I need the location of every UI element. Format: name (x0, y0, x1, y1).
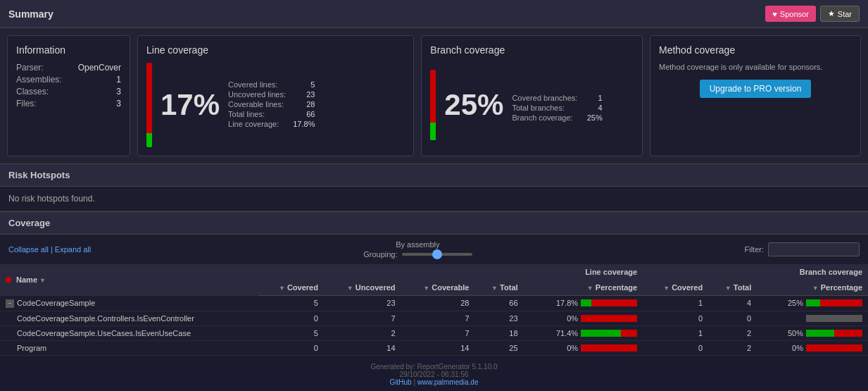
col-b-total-header[interactable]: ▼ Total (708, 280, 757, 296)
grouping-area: By assembly Grouping: (363, 240, 472, 259)
filter-input[interactable] (768, 242, 860, 256)
table-cell-name: CodeCoverageSample.Controllers.IsEvenCon… (0, 311, 258, 325)
no-hotspots-text: No risk hotspots found. (8, 194, 95, 204)
table-row: CodeCoverageSample.UseCases.IsEvenUseCas… (0, 325, 868, 340)
summary-section: Information Parser: OpenCover Assemblies… (0, 28, 868, 163)
table-cell-covered: 0 (258, 311, 324, 325)
col-percentage-header[interactable]: ▼ Percentage (524, 280, 643, 296)
table-cell-uncovered: 7 (324, 311, 401, 325)
sort-arrow-name: ▼ (39, 277, 46, 284)
expand-all-link[interactable]: Expand all (55, 245, 91, 254)
line-percentage-value: 17.8% (293, 120, 315, 128)
col-total-header[interactable]: ▼ Total (475, 280, 524, 296)
risk-hotspots-body: No risk hotspots found. (0, 187, 868, 211)
coverage-table: Name ▼ Line coverage Branch coverage ▼ C… (0, 264, 868, 356)
assemblies-label: Assemblies: (16, 75, 62, 85)
uncovered-lines-value: 23 (306, 90, 315, 99)
col-name-header[interactable]: Name ▼ (0, 264, 258, 296)
header-title: Summary (8, 8, 54, 20)
total-lines-row: Total lines: 66 (228, 110, 315, 118)
table-row: CodeCoverageSample.Controllers.IsEvenCon… (0, 311, 868, 325)
table-cell-percentage: 0% (524, 340, 643, 355)
heart-icon: ♥ (772, 10, 777, 18)
table-cell-uncovered: 2 (324, 325, 401, 340)
table-cell-b-covered: 1 (643, 296, 708, 311)
table-cell-name: Program (0, 340, 258, 355)
footer-date: 29/10/2022 - 06:31:56 (7, 371, 861, 378)
information-card: Information Parser: OpenCover Assemblies… (7, 35, 130, 156)
line-coverage-card: Line coverage 17% Covered lines: 5 Uncov… (137, 35, 414, 156)
collapse-all-link[interactable]: Collapse all (8, 245, 49, 254)
total-lines-label: Total lines: (228, 110, 265, 118)
footer: Generated by: ReportGenerator 5.1.10.0 2… (0, 356, 868, 392)
footer-links: GitHub | www.palmmedia.de (7, 378, 861, 386)
uncovered-lines-row: Uncovered lines: 23 (228, 90, 315, 99)
grouping-prefix: Grouping: (363, 250, 397, 259)
table-group-header-row: Name ▼ Line coverage Branch coverage (0, 264, 868, 280)
branch-coverage-percent: 25% (444, 88, 503, 122)
parser-label: Parser: (16, 63, 44, 73)
branch-coverage-details: Covered branches: 1 Total branches: 4 Br… (512, 94, 602, 123)
coverable-lines-row: Coverable lines: 28 (228, 100, 315, 108)
table-cell-b-total: 4 (708, 296, 757, 311)
table-cell-covered: 5 (258, 296, 324, 311)
table-cell-covered: 5 (258, 325, 324, 340)
total-lines-value: 66 (306, 110, 315, 118)
branch-percentage-label: Branch coverage: (512, 113, 572, 122)
github-link[interactable]: GitHub (389, 378, 411, 386)
method-coverage-card: Method coverage Method coverage is only … (650, 35, 861, 156)
website-link[interactable]: www.palmmedia.de (417, 378, 479, 386)
line-coverage-group-header: Line coverage (258, 264, 643, 280)
table-cell-percentage: 17.8% (524, 296, 643, 311)
col-b-percentage-header[interactable]: ▼ Percentage (757, 280, 868, 296)
information-title: Information (16, 44, 121, 56)
app-header: Summary ♥ Sponsor ★ Star (0, 0, 868, 28)
coverable-lines-value: 28 (306, 100, 315, 108)
table-cell-coverable: 7 (401, 325, 475, 340)
table-cell-b-percentage: 25% (757, 296, 868, 311)
star-icon: ★ (828, 9, 835, 18)
table-cell-b-covered: 0 (643, 311, 708, 325)
covered-branches-row: Covered branches: 1 (512, 94, 602, 102)
table-cell-total: 18 (475, 325, 524, 340)
star-button[interactable]: ★ Star (820, 6, 860, 22)
upgrade-button[interactable]: Upgrade to PRO version (700, 80, 812, 98)
grouping-slider-thumb[interactable] (432, 249, 442, 259)
method-coverage-note: Method coverage is only available for sp… (659, 63, 852, 71)
header-buttons: ♥ Sponsor ★ Star (765, 6, 860, 22)
table-cell-coverable: 14 (401, 340, 475, 355)
table-cell-b-covered: 0 (643, 340, 708, 355)
table-cell-b-percentage: 50% (757, 325, 868, 340)
covered-lines-row: Covered lines: 5 (228, 80, 315, 89)
minus-icon: − (6, 299, 14, 308)
table-cell-total: 23 (475, 311, 524, 325)
table-cell-b-covered: 1 (643, 325, 708, 340)
grouping-label-top: By assembly (396, 240, 439, 249)
table-cell-b-total: 2 (708, 340, 757, 355)
col-b-covered-header[interactable]: ▼ Covered (643, 280, 708, 296)
table-cell-covered: 0 (258, 340, 324, 355)
table-cell-percentage: 0% (524, 311, 643, 325)
branch-percentage-row: Branch coverage: 25% (512, 113, 602, 122)
table-cell-b-percentage (757, 311, 868, 325)
coverage-section: Collapse all | Expand all By assembly Gr… (0, 235, 868, 356)
assemblies-value: 1 (116, 75, 121, 85)
total-branches-value: 4 (598, 104, 603, 112)
filter-area: Filter: (744, 242, 860, 256)
footer-generated: Generated by: ReportGenerator 5.1.10.0 (7, 363, 861, 371)
uncovered-lines-label: Uncovered lines: (228, 90, 286, 99)
method-coverage-title: Method coverage (659, 44, 852, 56)
line-percentage-label: Line coverage: (228, 120, 279, 128)
covered-lines-label: Covered lines: (228, 80, 277, 89)
col-coverable-header[interactable]: ▼ Coverable (401, 280, 475, 296)
sponsor-button[interactable]: ♥ Sponsor (765, 6, 816, 22)
classes-value: 3 (116, 87, 121, 97)
col-uncovered-header[interactable]: ▼ Uncovered (324, 280, 401, 296)
branch-coverage-card: Branch coverage 25% Covered branches: 1 … (421, 35, 643, 156)
parser-row: Parser: OpenCover (16, 63, 121, 73)
branch-percentage-value: 25% (587, 113, 603, 122)
line-coverage-details: Covered lines: 5 Uncovered lines: 23 Cov… (228, 80, 315, 130)
table-cell-uncovered: 23 (324, 296, 401, 311)
line-coverage-title: Line coverage (146, 44, 405, 56)
col-covered-header[interactable]: ▼ Covered (258, 280, 324, 296)
